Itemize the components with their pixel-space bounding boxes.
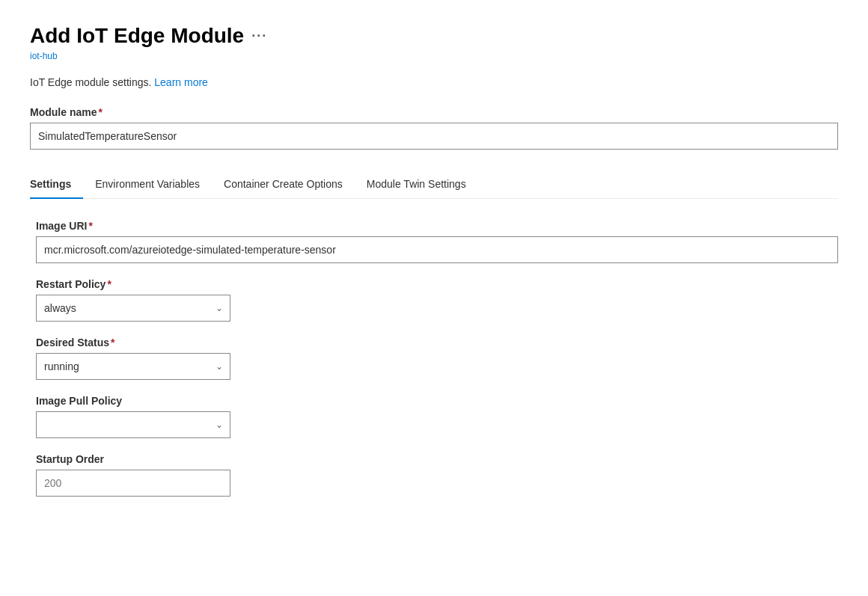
- desired-status-wrapper: running stopped ⌄: [36, 353, 230, 380]
- tab-module-twin-settings[interactable]: Module Twin Settings: [355, 170, 478, 199]
- image-uri-required: *: [88, 220, 92, 232]
- page-header: Add IoT Edge Module ··· iot-hub: [30, 24, 838, 61]
- image-pull-policy-label: Image Pull Policy: [36, 395, 838, 407]
- startup-order-label: Startup Order: [36, 453, 838, 465]
- settings-content: Image URI* Restart Policy* always never …: [30, 220, 838, 497]
- desired-status-required: *: [111, 337, 114, 348]
- image-pull-policy-field: Image Pull Policy on-create never ⌄: [36, 395, 838, 438]
- ellipsis-menu-button[interactable]: ···: [251, 28, 267, 44]
- desired-status-field: Desired Status* running stopped ⌄: [36, 337, 838, 380]
- startup-order-field: Startup Order: [36, 453, 838, 497]
- tab-environment-variables[interactable]: Environment Variables: [83, 170, 212, 199]
- tab-settings[interactable]: Settings: [30, 170, 83, 199]
- page-title: Add IoT Edge Module ···: [30, 24, 838, 48]
- module-name-field: Module name*: [30, 106, 838, 150]
- image-pull-policy-wrapper: on-create never ⌄: [36, 411, 230, 438]
- restart-policy-select[interactable]: always never on-failure on-unhealthy: [36, 295, 230, 322]
- desired-status-label: Desired Status*: [36, 337, 838, 348]
- title-text: Add IoT Edge Module: [30, 24, 244, 48]
- image-uri-input[interactable]: [36, 236, 838, 263]
- description-text: IoT Edge module settings.: [30, 76, 154, 88]
- learn-more-link[interactable]: Learn more: [154, 76, 208, 88]
- desired-status-select[interactable]: running stopped: [36, 353, 230, 380]
- tab-container-create-options[interactable]: Container Create Options: [212, 170, 355, 199]
- restart-policy-field: Restart Policy* always never on-failure …: [36, 278, 838, 322]
- startup-order-input[interactable]: [36, 470, 230, 497]
- required-indicator: *: [98, 106, 102, 118]
- module-name-input[interactable]: [30, 123, 838, 150]
- module-name-label: Module name*: [30, 106, 838, 118]
- restart-policy-label: Restart Policy*: [36, 278, 838, 290]
- breadcrumb[interactable]: iot-hub: [30, 51, 838, 61]
- description: IoT Edge module settings. Learn more: [30, 76, 838, 88]
- tabs-container: Settings Environment Variables Container…: [30, 170, 838, 199]
- image-uri-label: Image URI*: [36, 220, 838, 232]
- image-pull-policy-select[interactable]: on-create never: [36, 411, 230, 438]
- image-uri-field: Image URI*: [36, 220, 838, 263]
- restart-policy-wrapper: always never on-failure on-unhealthy ⌄: [36, 295, 230, 322]
- restart-policy-required: *: [107, 278, 111, 290]
